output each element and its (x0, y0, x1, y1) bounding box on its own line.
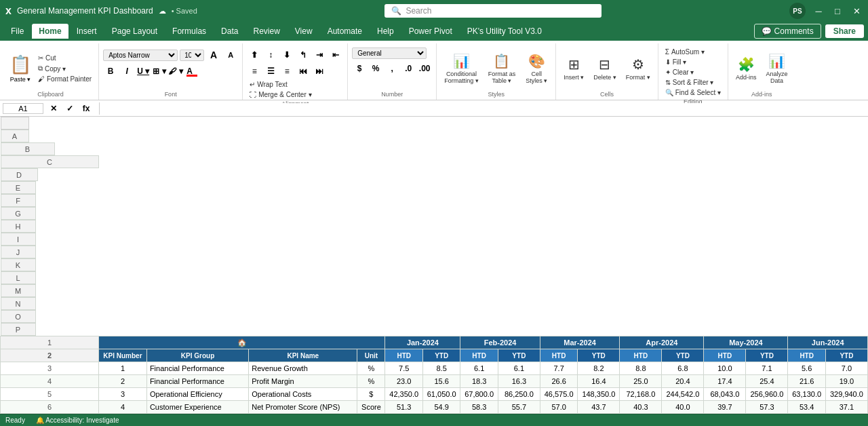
merge-center-button[interactable]: ⛶ Merge & Center ▾ (247, 90, 315, 99)
data-cell[interactable]: 25.4 (746, 375, 788, 388)
data-cell[interactable]: 51.3 (385, 401, 422, 414)
currency-button[interactable]: $ (352, 61, 367, 76)
data-cell[interactable]: 53.4 (788, 401, 825, 414)
data-cell[interactable]: 42,350.0 (385, 388, 422, 401)
font-color-button[interactable]: A (184, 64, 199, 79)
border-button[interactable]: ⊞ ▾ (152, 64, 167, 79)
row-num-4[interactable]: 4 (1, 375, 99, 388)
data-cell[interactable]: 67,800.0 (460, 388, 498, 401)
data-cell[interactable]: 86,250.0 (498, 388, 540, 401)
data-cell[interactable]: 244,542.0 (662, 388, 704, 401)
col-L[interactable]: L (1, 271, 36, 284)
text-direction-button[interactable]: ↰ (296, 47, 311, 62)
add-ins-button[interactable]: 🧩 Add-ins (732, 54, 760, 83)
restore-button[interactable]: □ (831, 5, 844, 17)
data-cell[interactable]: 19.0 (825, 375, 867, 388)
fill-button[interactable]: ⬇ Fill ▾ (663, 58, 690, 66)
analyze-data-button[interactable]: 📊 AnalyzeData (763, 51, 791, 86)
find-select-button[interactable]: 🔍 Find & Select ▾ (663, 88, 724, 97)
data-cell[interactable]: 5.6 (788, 362, 825, 375)
font-decrease-button[interactable]: A (223, 47, 238, 62)
tab-home[interactable]: Home (32, 24, 68, 39)
col-P[interactable]: P (1, 323, 36, 336)
number-format-select[interactable]: General (352, 47, 427, 59)
kpi-number-cell[interactable]: 3 (99, 388, 147, 401)
tab-page-layout[interactable]: Page Layout (105, 24, 164, 39)
minimize-button[interactable]: ─ (812, 5, 825, 17)
col-O[interactable]: O (1, 310, 36, 323)
data-cell[interactable]: 256,960.0 (746, 388, 788, 401)
col-D[interactable]: D (1, 168, 38, 181)
tab-review[interactable]: Review (246, 24, 286, 39)
data-cell[interactable]: 17.4 (704, 375, 746, 388)
data-cell[interactable]: 148,350.0 (578, 388, 620, 401)
kpi-name-cell[interactable]: Profit Margin (249, 375, 357, 388)
scroll-area[interactable]: A B C D E F G H I J K L M N O P (0, 117, 868, 414)
paste-button[interactable]: 📋 Paste ▾ (7, 54, 34, 83)
data-cell[interactable]: 40.0 (662, 401, 704, 414)
data-cell[interactable]: 43.7 (578, 401, 620, 414)
autosum-button[interactable]: Σ AutoSum ▾ (663, 47, 707, 56)
col-A[interactable]: A (1, 130, 29, 142)
data-cell[interactable]: 8.2 (578, 362, 620, 375)
data-cell[interactable]: 26.6 (540, 375, 577, 388)
font-increase-button[interactable]: A (206, 47, 221, 62)
indent-more-button[interactable]: ⇥ (312, 47, 327, 62)
italic-button[interactable]: I (119, 64, 134, 79)
data-cell[interactable]: 37.1 (825, 401, 867, 414)
data-cell[interactable]: 16.3 (498, 375, 540, 388)
indent-less-button[interactable]: ⇤ (328, 47, 343, 62)
cut-button[interactable]: ✂ Cut (35, 54, 94, 62)
data-cell[interactable]: 6.1 (498, 362, 540, 375)
cell-reference-input[interactable] (3, 103, 43, 114)
row-num-6[interactable]: 6 (1, 401, 99, 414)
kpi-number-cell[interactable]: 1 (99, 362, 147, 375)
clear-button[interactable]: ✦ Clear ▾ (663, 68, 697, 77)
data-cell[interactable]: 16.4 (578, 375, 620, 388)
unit-cell[interactable]: Score (357, 401, 385, 414)
wrap-text-button[interactable]: ↵ Wrap Text (247, 80, 290, 89)
data-cell[interactable]: 68,043.0 (704, 388, 746, 401)
data-cell[interactable]: 7.7 (540, 362, 577, 375)
kpi-name-cell[interactable]: Operational Costs (249, 388, 357, 401)
copy-button[interactable]: ⧉ Copy ▾ (35, 64, 94, 73)
data-cell[interactable]: 8.8 (620, 362, 662, 375)
row-num-2[interactable]: 2 (1, 349, 99, 362)
kpi-group-cell[interactable]: Operational Efficiency (146, 388, 248, 401)
data-cell[interactable]: 329,940.0 (825, 388, 867, 401)
underline-button[interactable]: U ▾ (136, 64, 151, 79)
kpi-name-cell[interactable]: Net Promoter Score (NPS) (249, 401, 357, 414)
data-cell[interactable]: 72,168.0 (620, 388, 662, 401)
data-cell[interactable]: 63,130.0 (788, 388, 825, 401)
bold-button[interactable]: B (103, 64, 118, 79)
data-cell[interactable]: 18.3 (460, 375, 498, 388)
data-cell[interactable]: 7.1 (746, 362, 788, 375)
delete-button[interactable]: ⊟ Delete ▾ (590, 54, 620, 83)
decrease-decimal-button[interactable]: .00 (417, 61, 432, 76)
align-top-button[interactable]: ⬆ (247, 47, 262, 62)
tab-data[interactable]: Data (214, 24, 245, 39)
insert-function-button[interactable]: fx (79, 101, 94, 116)
format-painter-button[interactable]: 🖌 Format Painter (35, 75, 94, 83)
conditional-formatting-button[interactable]: 📊 ConditionalFormatting ▾ (441, 51, 482, 86)
data-cell[interactable]: 6.8 (662, 362, 704, 375)
format-as-table-button[interactable]: 📋 Format asTable ▾ (485, 51, 519, 86)
align-middle-button[interactable]: ↕ (263, 47, 278, 62)
align-bottom-button[interactable]: ⬇ (279, 47, 294, 62)
tab-insert[interactable]: Insert (70, 24, 104, 39)
col-G[interactable]: G (1, 207, 36, 220)
col-K[interactable]: K (1, 258, 36, 271)
row-num-5[interactable]: 5 (1, 388, 99, 401)
data-cell[interactable]: 25.0 (620, 375, 662, 388)
search-box[interactable]: 🔍 Search (384, 4, 601, 18)
row-num-1[interactable]: 1 (1, 336, 99, 349)
tab-formulas[interactable]: Formulas (165, 24, 213, 39)
kpi-group-cell[interactable]: Customer Experience (146, 401, 248, 414)
close-button[interactable]: ✕ (850, 5, 863, 17)
sort-filter-button[interactable]: ⇅ Sort & Filter ▾ (663, 78, 717, 87)
tab-file[interactable]: File (4, 24, 31, 39)
kpi-number-cell[interactable]: 2 (99, 375, 147, 388)
data-cell[interactable]: 40.3 (620, 401, 662, 414)
col-J[interactable]: J (1, 246, 36, 258)
tab-help[interactable]: Help (370, 24, 401, 39)
